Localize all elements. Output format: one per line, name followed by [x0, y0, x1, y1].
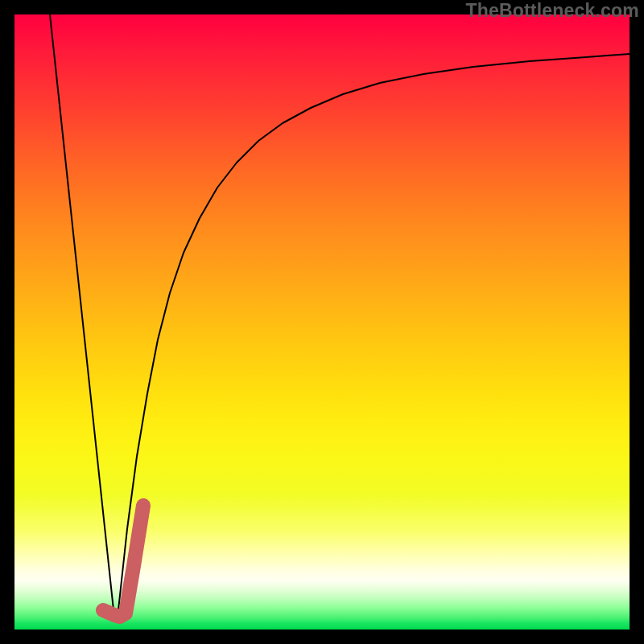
series-right-curve: [118, 54, 630, 617]
plot-area: [14, 14, 630, 630]
curve-layer: [14, 14, 630, 630]
series-left-line: [50, 14, 114, 617]
watermark-text: TheBottleneck.com: [465, 0, 639, 22]
chart-frame: TheBottleneck.com: [0, 0, 644, 644]
